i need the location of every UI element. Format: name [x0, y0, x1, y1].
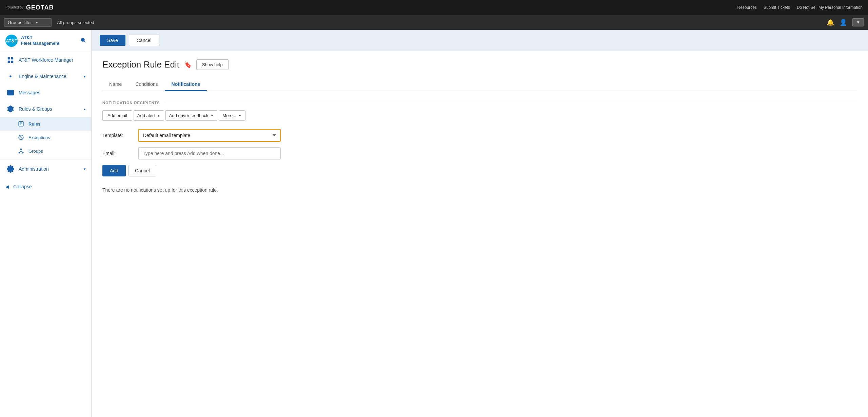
sidebar-item-rules-groups-label: Rules & Groups — [19, 106, 80, 112]
cancel-add-button[interactable]: Cancel — [129, 165, 156, 176]
svg-point-6 — [9, 75, 12, 77]
all-groups-selected-text: All groups selected — [57, 20, 94, 25]
save-button[interactable]: Save — [100, 35, 125, 46]
svg-rect-2 — [8, 57, 10, 59]
top-bar-right: Resources Submit Tickets Do Not Sell My … — [737, 5, 863, 10]
groups-filter-chevron-icon: ▼ — [35, 21, 39, 24]
do-not-sell-link[interactable]: Do Not Sell My Personal Information — [797, 5, 863, 10]
add-button[interactable]: Add — [102, 165, 126, 176]
email-label: Email: — [102, 151, 133, 156]
sidebar-subitem-exceptions[interactable]: Exceptions — [0, 131, 91, 144]
sidebar-subitem-groups-label: Groups — [28, 149, 43, 154]
no-notifications-message: There are no notifications set up for th… — [102, 185, 857, 195]
att-logo-text: AT&T Fleet Management — [21, 35, 59, 46]
add-driver-feedback-button[interactable]: Add driver feedback ▼ — [165, 110, 218, 121]
main-layout: AT&T AT&T Fleet Management — [0, 30, 868, 417]
add-driver-feedback-chevron-icon: ▼ — [210, 114, 214, 117]
add-email-button[interactable]: Add email — [102, 110, 132, 121]
svg-rect-5 — [11, 61, 13, 63]
sidebar-item-att-workforce[interactable]: AT&T Workforce Manager — [0, 52, 91, 68]
list-icon — [18, 120, 24, 127]
sidebar-item-messages[interactable]: Messages — [0, 84, 91, 101]
svg-point-16 — [19, 152, 20, 153]
bookmark-icon[interactable]: 🔖 — [184, 61, 192, 69]
template-select[interactable]: Default email template Custom template — [138, 129, 281, 142]
gear-icon — [6, 165, 15, 173]
sidebar-item-engine-maintenance[interactable]: Engine & Maintenance ▾ — [0, 68, 91, 84]
sidebar-search-icon[interactable] — [80, 37, 86, 44]
geotab-logo: GEOTAB — [26, 4, 54, 11]
rules-groups-submenu: Rules Exceptions — [0, 117, 91, 158]
more-button[interactable]: More... ▼ — [219, 110, 245, 121]
engine-chevron-icon: ▾ — [84, 74, 86, 79]
add-alert-chevron-icon: ▼ — [157, 114, 160, 117]
user-icon[interactable]: 👤 — [840, 19, 847, 26]
add-alert-button[interactable]: Add alert ▼ — [134, 110, 164, 121]
att-logo-circle: AT&T — [5, 35, 18, 47]
sidebar-collapse-button[interactable]: ◀ Collapse — [0, 180, 91, 193]
powered-by-text: Powered by — [5, 5, 23, 10]
sidebar-item-messages-label: Messages — [19, 90, 86, 95]
svg-line-20 — [21, 151, 23, 152]
sidebar-header: AT&T AT&T Fleet Management — [0, 30, 91, 52]
groups-filter-label: Groups filter — [8, 20, 32, 25]
submit-tickets-link[interactable]: Submit Tickets — [764, 5, 790, 10]
svg-line-1 — [84, 41, 85, 42]
wrench-icon — [6, 72, 15, 80]
filter-bar: Groups filter ▼ All groups selected 🔔 👤 … — [0, 15, 868, 30]
layers-icon — [6, 105, 15, 113]
sidebar-logo: AT&T AT&T Fleet Management — [5, 35, 59, 47]
section-title-notification-recipients: NOTIFICATION RECIPIENTS — [102, 101, 857, 105]
svg-rect-4 — [8, 61, 10, 63]
collapse-label: Collapse — [13, 184, 32, 189]
content-area: Save Cancel Exception Rule Edit 🔖 Show h… — [92, 30, 868, 417]
top-bar: Powered by GEOTAB Resources Submit Ticke… — [0, 0, 868, 15]
content-toolbar: Save Cancel — [92, 30, 868, 51]
collapse-icon: ◀ — [5, 184, 9, 189]
sidebar-item-engine-label: Engine & Maintenance — [19, 74, 80, 79]
sidebar-item-administration[interactable]: Administration ▾ — [0, 161, 91, 177]
administration-chevron-icon: ▾ — [84, 167, 86, 171]
email-input[interactable] — [138, 147, 281, 159]
tab-name[interactable]: Name — [102, 78, 129, 91]
tab-conditions[interactable]: Conditions — [129, 78, 164, 91]
user-menu-chevron-icon: ▼ — [856, 20, 860, 25]
more-chevron-icon: ▼ — [238, 114, 242, 117]
template-row: Template: Default email template Custom … — [102, 129, 857, 142]
cancel-button[interactable]: Cancel — [129, 35, 159, 46]
sidebar-item-att-workforce-label: AT&T Workforce Manager — [19, 57, 86, 63]
resources-link[interactable]: Resources — [737, 5, 757, 10]
sidebar-item-rules-groups[interactable]: Rules & Groups ▴ — [0, 101, 91, 117]
groups-filter-button[interactable]: Groups filter ▼ — [4, 18, 52, 27]
add-alert-label: Add alert — [137, 113, 155, 118]
att-logo-initials: AT&T — [6, 38, 17, 43]
filter-bar-right: 🔔 👤 ▼ — [827, 18, 864, 26]
sidebar-item-administration-label: Administration — [19, 166, 80, 172]
svg-point-0 — [81, 38, 84, 41]
bell-icon[interactable]: 🔔 — [827, 19, 834, 26]
form-actions: Add Cancel — [102, 165, 857, 176]
user-menu-button[interactable]: ▼ — [852, 18, 864, 26]
sidebar-subitem-exceptions-label: Exceptions — [28, 135, 50, 140]
page-title-row: Exception Rule Edit 🔖 Show help — [102, 59, 857, 70]
svg-line-19 — [19, 151, 21, 152]
sidebar-subitem-rules[interactable]: Rules — [0, 117, 91, 131]
sidebar-subitem-groups[interactable]: Groups — [0, 144, 91, 158]
att-logo-line2: Fleet Management — [21, 41, 59, 46]
svg-line-14 — [19, 135, 23, 139]
show-help-button[interactable]: Show help — [196, 59, 229, 70]
sidebar-subitem-rules-label: Rules — [28, 121, 40, 127]
svg-rect-3 — [11, 57, 13, 59]
envelope-icon — [6, 89, 15, 97]
rules-groups-chevron-icon: ▴ — [84, 107, 86, 111]
sidebar-divider — [0, 159, 91, 159]
recipient-actions: Add email Add alert ▼ Add driver feedbac… — [102, 110, 857, 121]
content-inner: Exception Rule Edit 🔖 Show help Name Con… — [92, 51, 868, 417]
email-row: Email: — [102, 147, 857, 159]
hierarchy-icon — [18, 148, 24, 154]
tab-notifications[interactable]: Notifications — [165, 78, 207, 91]
grid-icon — [6, 56, 15, 64]
sidebar: AT&T AT&T Fleet Management — [0, 30, 92, 417]
circle-slash-icon — [18, 134, 24, 141]
tabs: Name Conditions Notifications — [102, 78, 857, 91]
